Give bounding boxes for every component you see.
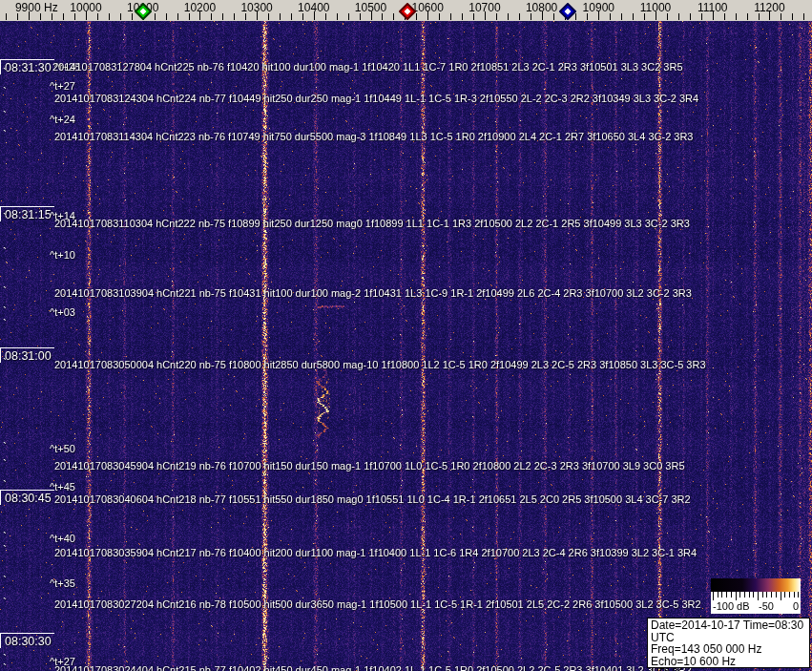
green-marker-diamond-icon[interactable] [135,3,152,20]
ruler-tick [644,13,645,20]
db-ruler-tick [731,592,732,598]
ruler-tick [337,13,338,20]
red-marker-diamond-icon[interactable] [399,3,416,20]
db-ruler-tick [753,592,754,598]
ruler-tick [74,13,75,20]
ruler-tick [621,13,622,20]
ruler-tick [348,13,349,20]
ruler-tick [211,13,212,20]
meteor-echo-monitor-window: 9900 Hz100001010010200103001040010500106… [0,0,812,671]
ruler-tick [291,13,292,20]
db-ruler-tick [762,592,763,598]
db-ruler-tick [713,592,714,600]
ruler-tick [701,13,702,20]
info-station-code: HPHK [651,667,809,671]
db-ruler-tick [749,592,750,598]
ruler-tick [803,13,804,20]
ruler-tick [473,13,474,20]
blue-marker-diamond-icon[interactable] [559,3,576,20]
ruler-tick [166,13,167,20]
ruler-tick [360,13,361,20]
ruler-tick [177,13,178,20]
ruler-tick [678,13,679,20]
ruler-tick [40,13,41,20]
ruler-tick [63,13,64,20]
ruler-tick [587,13,588,20]
info-frequency: Freq=143 050 000 Hz [651,643,809,656]
frequency-ruler: 9900 Hz100001010010200103001040010500106… [0,0,812,21]
ruler-tick [462,13,463,20]
db-ruler-tick [721,592,722,598]
ruler-tick [120,13,121,20]
ruler-tick [382,13,383,20]
ruler-tick [155,13,156,20]
db-scale-legend: -100 dB -50 0 [711,578,801,614]
db-ruler-tick [726,592,727,598]
ruler-tick [132,13,133,20]
ruler-tick [610,13,611,20]
status-info-box: Date=2014-10-17 Time=08:30 UTC Freq=143 … [647,618,810,668]
ruler-tick [439,13,440,20]
db-ruler-tick [789,592,790,598]
ruler-tick [245,13,246,20]
db-ruler-tick [736,592,737,600]
freq-label: 11200 [754,1,784,14]
db-ruler-tick [744,592,745,598]
db-ruler-tick [798,592,799,598]
ruler-tick [667,13,668,20]
freq-label: 9900 Hz [15,1,58,14]
ruler-tick [393,13,394,20]
ruler-tick [690,13,691,20]
db-ruler-tick [739,592,740,598]
ruler-tick [222,13,223,20]
freq-label: 10300 [240,1,272,14]
ruler-tick [553,13,554,20]
db-ruler-tick [758,592,759,600]
db-ruler-tick [776,592,777,598]
db-label-mid: -50 [759,600,774,612]
db-labels: -100 dB -50 0 [711,600,801,614]
freq-label: 10400 [298,1,329,14]
ruler-tick [781,13,781,20]
ruler-tick [6,13,7,20]
db-gradient-bar [711,578,801,592]
ruler-tick [519,13,520,20]
ruler-tick [109,13,110,20]
ruler-tick [97,13,98,20]
db-ruler-tick [771,592,772,598]
ruler-tick [747,13,748,20]
ruler-tick [633,13,634,20]
db-label-min: -100 dB [713,600,750,612]
ruler-tick [531,13,531,20]
ruler-tick [759,13,760,20]
ruler-tick [268,13,269,20]
db-ruler-tick [781,592,781,600]
ruler-tick [792,13,793,20]
freq-label: 10700 [468,1,500,14]
info-date-time: Date=2014-10-17 Time=08:30 UTC [651,619,809,643]
ruler-tick [302,13,303,20]
ruler-tick [280,13,281,20]
freq-label: 10900 [583,1,614,14]
freq-label: 10500 [355,1,386,14]
ruler-tick [189,13,190,20]
ruler-tick [450,13,451,20]
ruler-tick [496,13,497,20]
ruler-tick [416,13,417,20]
ruler-tick [234,13,235,20]
freq-label: 10200 [184,1,216,14]
ruler-tick [724,13,725,20]
db-ruler-tick [766,592,767,598]
ruler-tick [17,13,18,20]
ruler-tick [52,13,52,20]
freq-label: 10600 [412,1,444,14]
freq-label: 11000 [640,1,671,14]
db-ruler-tick [784,592,785,598]
db-label-max: 0 [793,600,799,612]
db-ruler-tick [718,592,718,598]
freq-label: 10800 [526,1,557,14]
ruler-tick [736,13,737,20]
spectrogram-canvas [0,21,812,671]
db-ruler-tick [794,592,795,598]
freq-label: 10000 [70,1,101,14]
